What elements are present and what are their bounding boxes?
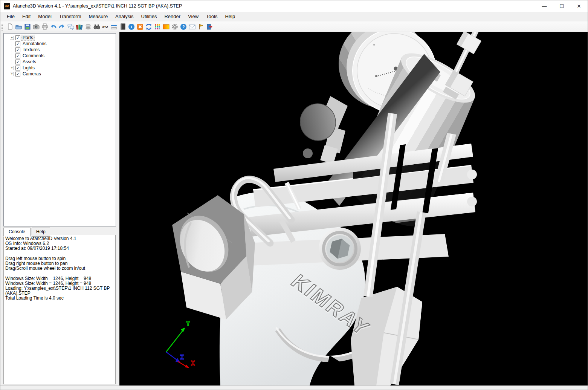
menu-help[interactable]: Help	[221, 12, 239, 21]
help-icon: ?	[180, 23, 187, 30]
tree-label: Assets	[21, 59, 37, 64]
expand-icon[interactable]: +	[10, 66, 14, 70]
tab-help[interactable]: Help	[32, 228, 50, 237]
library-icon	[76, 23, 83, 30]
redo-button[interactable]	[58, 22, 66, 31]
maximize-button[interactable]: ☐	[553, 0, 570, 12]
window-title: Afanche3D Version 4.1 - Y:\samples_ext\S…	[13, 3, 182, 9]
console-line: Windows Size: Width = 1246, Height = 948	[5, 276, 115, 281]
tree-connector	[10, 62, 14, 62]
menu-utilities[interactable]: Utilities	[137, 12, 161, 21]
y-axis-arrow	[166, 330, 183, 352]
menu-measure[interactable]: Measure	[85, 12, 112, 21]
checkbox-annotations[interactable]: ✓	[15, 41, 20, 46]
settings-button[interactable]	[170, 22, 179, 31]
save-icon	[24, 23, 31, 30]
menu-model[interactable]: Model	[34, 12, 55, 21]
close-button[interactable]: ✕	[570, 0, 588, 12]
refresh-button[interactable]	[144, 22, 153, 31]
info-icon: i	[128, 23, 135, 30]
color-palette-button[interactable]	[153, 22, 162, 31]
panel-tabs: ConsoleHelp	[3, 228, 51, 237]
x-axis-label: X	[191, 359, 195, 367]
new-document-icon	[6, 23, 14, 30]
minimize-button[interactable]: —	[536, 0, 553, 12]
menu-transform[interactable]: Transform	[55, 12, 85, 21]
tree-connector	[10, 50, 14, 50]
menu-edit[interactable]: Edit	[18, 12, 34, 21]
tree-label: Textures	[21, 47, 41, 52]
info-button[interactable]: i	[127, 22, 136, 31]
checkbox-cameras[interactable]: ✓	[15, 72, 20, 76]
email-icon	[188, 23, 195, 30]
measure-button[interactable]	[110, 22, 118, 31]
find-icon	[93, 23, 100, 30]
menu-tools[interactable]: Tools	[202, 12, 221, 21]
checkbox-comments[interactable]: ✓	[15, 54, 20, 58]
window-controls: — ☐ ✕	[536, 0, 588, 12]
flag-button[interactable]	[196, 22, 205, 31]
comments-button[interactable]	[66, 22, 75, 31]
help-button[interactable]: ?	[179, 22, 188, 31]
tree-label: Parts	[21, 35, 34, 40]
find-button[interactable]	[92, 22, 101, 31]
expand-icon[interactable]: +	[10, 72, 14, 76]
xyz-coordinates-button[interactable]: XYZ	[101, 22, 110, 31]
material-color-icon	[162, 23, 170, 30]
svg-text:?: ?	[182, 24, 185, 29]
undo-button[interactable]	[49, 22, 58, 31]
redo-icon	[58, 23, 66, 30]
viewport-3d[interactable]: KIMRAY KIMRAY	[119, 32, 588, 385]
material-color-button[interactable]	[162, 22, 170, 31]
model-render: KIMRAY KIMRAY	[119, 32, 588, 385]
tree-item-cameras[interactable]: +✓Cameras	[4, 71, 116, 77]
notebook-button[interactable]	[118, 22, 127, 31]
tree-label: Comments	[21, 53, 46, 58]
hex-nut	[457, 32, 481, 54]
menu-render[interactable]: Render	[160, 12, 184, 21]
tree-item-parts[interactable]: +✓Parts	[4, 35, 116, 41]
axis-triad: Y Z X	[166, 320, 195, 368]
menu-file[interactable]: File	[3, 12, 18, 21]
open-file-icon	[15, 23, 22, 30]
delete-button[interactable]	[136, 22, 144, 31]
checkbox-textures[interactable]: ✓	[15, 47, 20, 52]
z-axis-label: Z	[180, 353, 184, 361]
save-button[interactable]	[23, 22, 32, 31]
tree-item-lights[interactable]: +✓Lights	[4, 65, 116, 71]
checkbox-lights[interactable]: ✓	[15, 66, 20, 70]
menu-view[interactable]: View	[184, 12, 202, 21]
3d-object-button[interactable]	[84, 22, 92, 31]
checkbox-parts[interactable]: ✓	[15, 35, 20, 40]
svg-text:XYZ: XYZ	[102, 25, 108, 29]
print-button[interactable]	[40, 22, 49, 31]
library-button[interactable]	[75, 22, 84, 31]
tree-item-comments[interactable]: ✓Comments	[4, 53, 116, 59]
toolbar-grip[interactable]	[1, 23, 4, 31]
tree-item-textures[interactable]: ✓Textures	[4, 47, 116, 53]
tab-console[interactable]: Console	[3, 228, 31, 237]
tree-connector	[10, 44, 14, 44]
console-line	[5, 251, 115, 256]
new-document-button[interactable]	[6, 22, 14, 31]
undo-icon	[50, 23, 57, 30]
title-bar: 3D Afanche3D Version 4.1 - Y:\samples_ex…	[0, 0, 588, 12]
tree-item-assets[interactable]: ✓Assets	[4, 59, 116, 65]
z-axis-arrow	[166, 352, 178, 361]
exit-icon	[206, 23, 213, 30]
expand-icon[interactable]: +	[10, 36, 14, 40]
open-file-button[interactable]	[14, 22, 23, 31]
menu-analysis[interactable]: Analysis	[111, 12, 137, 21]
screenshot-button[interactable]	[32, 22, 40, 31]
tree-label: Annotations	[21, 41, 47, 46]
console-line: Total Loading Time is 4.0 sec	[5, 296, 115, 301]
checkbox-assets[interactable]: ✓	[15, 60, 20, 64]
refresh-icon	[145, 23, 152, 30]
console-line	[5, 271, 115, 276]
bonnet-boss	[319, 228, 361, 270]
tree-label: Cameras	[21, 71, 42, 76]
console-output[interactable]: Welcome to Afanche3D Version 4.1OS Info:…	[3, 235, 116, 384]
tree-item-annotations[interactable]: ✓Annotations	[4, 41, 116, 47]
exit-button[interactable]	[205, 22, 214, 31]
email-button[interactable]	[188, 22, 196, 31]
